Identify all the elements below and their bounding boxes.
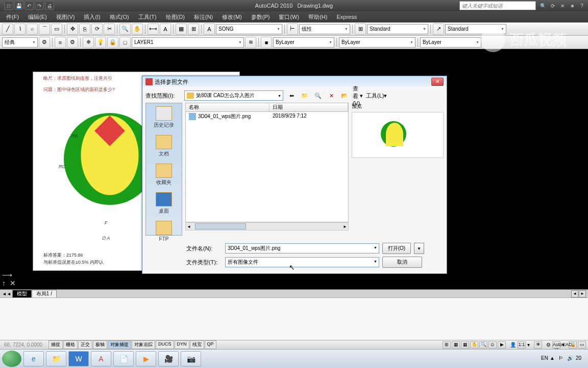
taskbar-wps[interactable]: W	[68, 351, 89, 366]
tray-time[interactable]: 20	[576, 355, 583, 362]
taskbar-autocad[interactable]: A	[91, 351, 111, 366]
qat-print-icon[interactable]: 🖨	[45, 1, 54, 10]
taskbar-app2[interactable]: 📷	[181, 351, 201, 366]
menu-tools[interactable]: 工具(T)	[134, 12, 161, 22]
newfolder-button[interactable]: 📂	[339, 90, 350, 101]
tool-text-icon[interactable]: A	[160, 24, 171, 35]
place-history[interactable]: 历史记录	[146, 103, 182, 132]
quickview-layouts[interactable]: ▦	[452, 341, 460, 349]
taskbar-recorder[interactable]: 🎥	[158, 351, 179, 366]
toggle-dyn[interactable]: DYN	[175, 340, 189, 349]
tool-hatch-icon[interactable]: ▦	[176, 24, 187, 35]
place-favorites[interactable]: 收藏夹	[146, 160, 182, 189]
tool-tablestyle-icon[interactable]: ⊞	[355, 24, 366, 35]
workspace-switcher[interactable]: ⚙ AutoCAD 经典▾	[543, 341, 568, 349]
menu-insert[interactable]: 插入(I)	[80, 12, 104, 22]
toggle-polar[interactable]: 极轴	[93, 340, 107, 349]
place-documents[interactable]: 文档	[146, 132, 182, 160]
menu-modify[interactable]: 修改(M)	[218, 12, 246, 22]
tool-arc-icon[interactable]: ⌒	[39, 24, 50, 35]
filetype-dropdown[interactable]: 所有图像文件	[225, 257, 379, 267]
menu-file[interactable]: 件(F)	[2, 12, 23, 22]
workspace-settings-icon[interactable]: ⚙	[39, 37, 50, 48]
textstyle-dropdown[interactable]: SONG	[216, 24, 282, 34]
tab-layout1[interactable]: 布局1 /	[32, 290, 57, 298]
menu-dimension[interactable]: 标注(N)	[190, 12, 217, 22]
cancel-button[interactable]: 取消	[382, 257, 422, 268]
taskbar-ie[interactable]: e	[23, 351, 44, 366]
folder-dropdown[interactable]: 第80课 CAD怎么导入图片	[184, 90, 283, 101]
dimstyle-dropdown[interactable]: 线性	[299, 24, 350, 34]
menu-help[interactable]: 帮助(H)	[304, 12, 331, 22]
view-menu[interactable]: 查看(V)▾	[353, 90, 363, 101]
tool-block-icon[interactable]: ⊞	[188, 24, 199, 35]
tool-move-icon[interactable]: ✥	[67, 24, 78, 35]
qat-new-icon[interactable]: □	[4, 1, 13, 10]
layer-on-icon[interactable]: 💡	[95, 37, 106, 48]
tab-model[interactable]: 模型	[12, 290, 32, 298]
linetype-dropdown[interactable]: ByLayer	[339, 37, 415, 48]
col-date[interactable]: 日期	[270, 103, 348, 111]
back-button[interactable]: ⬅	[286, 90, 297, 101]
toggle-ortho[interactable]: 正交	[78, 340, 92, 349]
menu-window[interactable]: 窗口(W)	[275, 12, 303, 22]
color-dropdown[interactable]: ByLayer	[273, 37, 334, 48]
tool-dimstyle-icon[interactable]: ⊢	[287, 24, 298, 35]
start-button[interactable]	[2, 351, 21, 367]
scroll-thumb[interactable]	[195, 223, 246, 229]
toggle-snap[interactable]: 捕捉	[48, 340, 63, 349]
mleader-dropdown[interactable]: Standard	[445, 24, 506, 34]
toggle-ducs[interactable]: DUCS	[156, 340, 174, 349]
layer-lock-icon[interactable]: 🔒	[107, 37, 118, 48]
toggle-lwt[interactable]: 线宽	[190, 340, 204, 349]
showmotion-icon[interactable]: ▶	[498, 341, 506, 349]
favorite-icon[interactable]: ★	[568, 2, 576, 10]
toggle-osnap[interactable]: 对象捕捉	[108, 340, 131, 349]
clean-screen-icon[interactable]: ▭	[578, 341, 586, 349]
tool-rect-icon[interactable]: ▭	[51, 24, 62, 35]
col-name[interactable]: 名称	[186, 103, 270, 111]
color-icon[interactable]: ■	[261, 37, 272, 48]
dialog-close-button[interactable]: ✕	[431, 78, 444, 86]
search-button[interactable]: 🔍	[313, 90, 323, 101]
qat-redo-icon[interactable]: ↷	[35, 1, 44, 10]
layer-gear-icon[interactable]: ⚙	[67, 37, 78, 48]
layer-match-icon[interactable]: ≋	[245, 37, 256, 48]
menu-draw[interactable]: 绘图(D)	[162, 12, 189, 22]
menu-format[interactable]: 格式(O)	[106, 12, 133, 22]
menu-edit[interactable]: 编辑(E)	[24, 12, 51, 22]
open-dropdown-button[interactable]: ▼	[414, 243, 424, 254]
command-line[interactable]	[0, 297, 588, 340]
subscription-icon[interactable]: ⟳	[549, 2, 557, 10]
annotation-vis-icon[interactable]: 👁	[534, 341, 542, 349]
layer-dropdown[interactable]: LAYER1	[132, 37, 244, 48]
tool-circle-icon[interactable]: ○	[27, 24, 38, 35]
tools-menu[interactable]: 工具(L)▾	[366, 90, 387, 101]
tablestyle-dropdown[interactable]: Standard	[367, 24, 428, 34]
tool-dim-icon[interactable]: ⟷	[148, 24, 159, 35]
layer-props-icon[interactable]: ≡	[55, 37, 66, 48]
dialog-titlebar[interactable]: 选择参照文件 ✕	[142, 76, 447, 87]
place-ftp[interactable]: FTP	[146, 218, 182, 245]
toggle-grid[interactable]: 栅格	[63, 340, 78, 349]
taskbar-app1[interactable]: 📄	[113, 351, 134, 366]
pan-icon[interactable]: ✋	[470, 341, 478, 349]
toggle-qp[interactable]: QP	[205, 340, 216, 349]
tool-zoom-icon[interactable]: 🔍	[119, 24, 131, 35]
up-button[interactable]: 📁	[300, 90, 310, 101]
help-icon[interactable]: ?	[578, 2, 586, 10]
filename-input[interactable]: 3D04_01_wps图片.png	[225, 243, 379, 254]
tray-ime-icon[interactable]: EN	[541, 355, 548, 362]
quickview-drawings[interactable]: ▦	[461, 341, 469, 349]
taskbar-explorer[interactable]: 📁	[46, 351, 66, 366]
toggle-otrack[interactable]: 对象追踪	[132, 340, 155, 349]
file-row[interactable]: 3D04_01_wps图片.png 2018/9/29 7:12	[186, 112, 348, 121]
tool-pline-icon[interactable]: ⌇	[14, 24, 26, 35]
file-list-scrollbar[interactable]	[185, 222, 349, 231]
layer-color-icon[interactable]: □	[119, 37, 131, 48]
qat-save-icon[interactable]: 💾	[14, 1, 23, 10]
menu-parametric[interactable]: 参数(P)	[247, 12, 274, 22]
exchange-icon[interactable]: ✕	[558, 2, 567, 10]
tool-mleader-icon[interactable]: ↗	[433, 24, 444, 35]
tray-flag-icon[interactable]: 🏳	[558, 355, 566, 362]
